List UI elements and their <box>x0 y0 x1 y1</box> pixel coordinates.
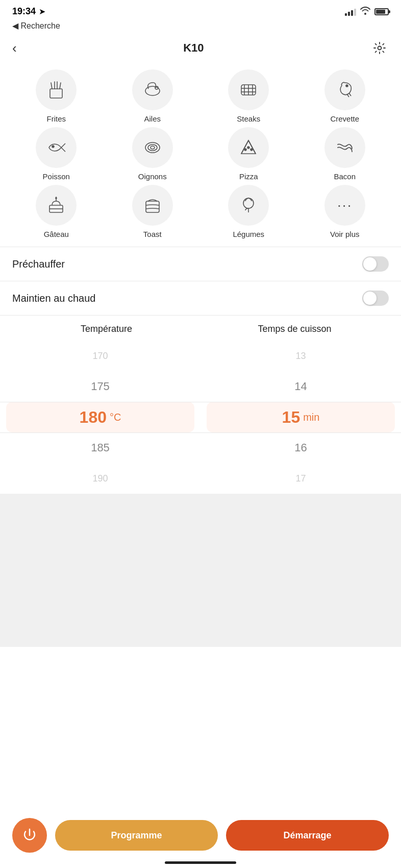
pizza-label: Pizza <box>239 172 258 181</box>
temps-15: 15 min <box>200 402 401 432</box>
header: ‹ K10 <box>0 35 401 65</box>
temps-picker[interactable]: 13 14 15 min 16 17 <box>200 341 401 494</box>
crevette-label: Crevette <box>330 114 359 123</box>
food-grid: Frites Ailes Steaks <box>0 65 401 247</box>
svg-point-18 <box>151 146 155 149</box>
status-bar: 19:34 ➤ <box>0 0 401 19</box>
prechauffer-row: Préchauffer <box>0 247 401 281</box>
temp-190: 190 <box>0 463 200 494</box>
temps-17: 17 <box>200 463 401 494</box>
prechauffer-label: Préchauffer <box>12 258 65 270</box>
settings-icon[interactable] <box>370 39 389 57</box>
toggle-section: Préchauffer Maintien au chaud <box>0 247 401 315</box>
temperature-header: Température <box>12 324 200 334</box>
programme-button[interactable]: Programme <box>55 820 218 851</box>
bacon-icon-circle <box>324 127 365 168</box>
svg-line-5 <box>60 83 61 89</box>
svg-point-21 <box>250 149 253 151</box>
status-time: 19:34 <box>12 6 36 17</box>
battery-icon <box>374 8 389 15</box>
gateau-icon-circle <box>36 185 77 226</box>
picker-headers: Température Temps de cuisson <box>0 324 401 341</box>
svg-line-2 <box>51 83 52 89</box>
picker-divider-bottom-temp <box>0 432 200 433</box>
oignons-label: Oignons <box>138 172 167 181</box>
steaks-label: Steaks <box>237 114 260 123</box>
maintien-toggle[interactable] <box>362 291 389 306</box>
steaks-icon-circle <box>228 69 269 110</box>
wifi-icon <box>360 7 370 17</box>
gray-area <box>0 494 401 647</box>
picker-divider-top-temps <box>200 402 401 402</box>
temp-185: 185 <box>0 432 200 463</box>
food-item-bacon[interactable]: Bacon <box>297 127 393 181</box>
temp-175: 175 <box>0 371 200 402</box>
food-item-toast[interactable]: Toast <box>105 185 201 238</box>
temps-14: 14 <box>200 371 401 402</box>
food-item-gateau[interactable]: Gâteau <box>8 185 105 238</box>
food-item-legumes[interactable]: Légumes <box>200 185 297 238</box>
picker-divider-top-temp <box>0 402 200 402</box>
frites-label: Frites <box>47 114 66 123</box>
ailes-label: Ailes <box>144 114 161 123</box>
home-indicator <box>165 861 236 864</box>
demarrage-button[interactable]: Démarrage <box>226 820 389 851</box>
food-item-poisson[interactable]: Poisson <box>8 127 105 181</box>
legumes-label: Légumes <box>233 230 264 238</box>
svg-point-6 <box>145 86 160 95</box>
svg-point-25 <box>243 198 254 208</box>
picker-divider-bottom-temps <box>200 432 401 433</box>
food-item-crevette[interactable]: Crevette <box>297 69 393 123</box>
svg-point-14 <box>346 85 348 87</box>
legumes-icon-circle <box>228 185 269 226</box>
bottom-bar: Programme Démarrage <box>0 810 401 868</box>
temp-unit: °C <box>110 412 121 423</box>
food-item-oignons[interactable]: Oignons <box>105 127 201 181</box>
temps-header: Temps de cuisson <box>200 324 389 334</box>
svg-point-19 <box>247 147 249 149</box>
svg-point-20 <box>244 149 246 151</box>
status-right <box>345 7 389 17</box>
pizza-icon-circle <box>228 127 269 168</box>
svg-point-15 <box>52 146 54 148</box>
picker-section: Température Temps de cuisson 170 175 180… <box>0 316 401 494</box>
prechauffer-toggle[interactable] <box>362 256 389 272</box>
svg-point-17 <box>148 144 157 151</box>
oignons-icon-circle <box>132 127 173 168</box>
toast-label: Toast <box>143 230 162 238</box>
frites-icon-circle <box>36 69 77 110</box>
food-item-steaks[interactable]: Steaks <box>200 69 297 123</box>
pickers-container: 170 175 180 °C 185 190 13 14 15 min <box>0 341 401 494</box>
temps-picker-items: 13 14 15 min 16 17 <box>200 341 401 494</box>
maintien-row: Maintien au chaud <box>0 281 401 315</box>
nav-back[interactable]: ◀ Recherche <box>0 19 401 35</box>
gateau-label: Gâteau <box>44 230 69 238</box>
power-button[interactable] <box>12 818 47 853</box>
poisson-icon-circle <box>36 127 77 168</box>
page-title: K10 <box>183 41 204 55</box>
maintien-label: Maintien au chaud <box>12 293 95 304</box>
svg-rect-24 <box>146 201 159 212</box>
poisson-label: Poisson <box>43 172 70 181</box>
food-item-frites[interactable]: Frites <box>8 69 105 123</box>
svg-rect-1 <box>50 89 62 98</box>
nav-back-label: ◀ Recherche <box>12 21 60 30</box>
temperature-picker[interactable]: 170 175 180 °C 185 190 <box>0 341 200 494</box>
back-button[interactable]: ‹ <box>12 41 17 55</box>
ailes-icon-circle <box>132 69 173 110</box>
home-indicator-container <box>0 861 401 864</box>
temp-picker-items: 170 175 180 °C 185 190 <box>0 341 200 494</box>
toast-icon-circle <box>132 185 173 226</box>
svg-point-0 <box>378 46 382 50</box>
crevette-icon-circle <box>324 69 365 110</box>
bacon-label: Bacon <box>334 172 356 181</box>
temps-16: 16 <box>200 432 401 463</box>
food-item-pizza[interactable]: Pizza <box>200 127 297 181</box>
food-item-voir-plus[interactable]: ··· Voir plus <box>297 185 393 238</box>
location-icon: ➤ <box>39 7 45 16</box>
temp-180: 180 °C <box>0 402 200 432</box>
temp-170: 170 <box>0 341 200 371</box>
food-item-ailes[interactable]: Ailes <box>105 69 201 123</box>
signal-icon <box>345 8 356 16</box>
voir-plus-label: Voir plus <box>330 230 360 238</box>
